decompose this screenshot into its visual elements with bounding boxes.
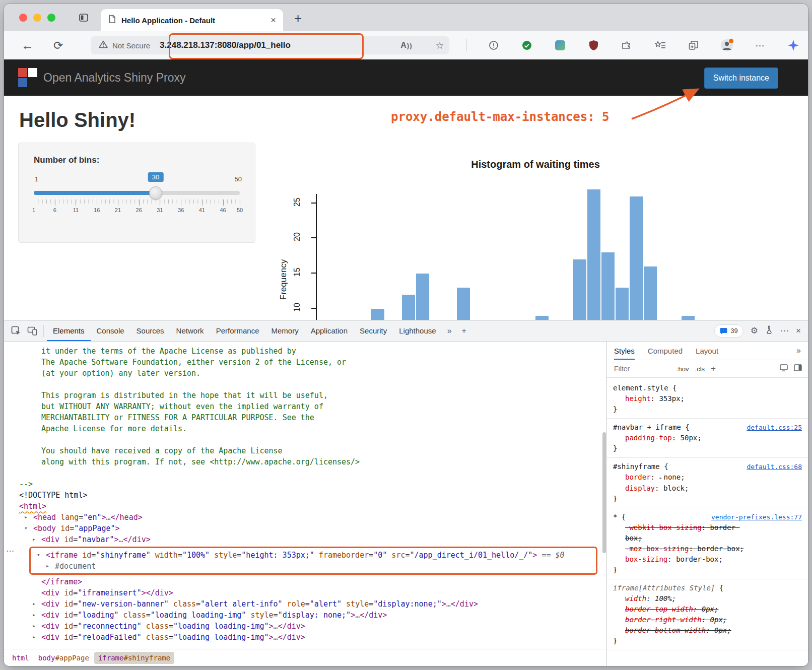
devtools-tab-performance[interactable]: Performance bbox=[210, 320, 265, 341]
css-property[interactable]: border-bottom-width: 0px; bbox=[613, 625, 754, 636]
breadcrumb-html[interactable]: html bbox=[8, 652, 33, 664]
expand-arrow-icon[interactable]: ▸ bbox=[32, 598, 41, 610]
dom-tree-line[interactable]: <div id="iframeinsert"></div> bbox=[4, 587, 601, 598]
devtools-tab-console[interactable]: Console bbox=[91, 320, 130, 341]
dom-tree-line[interactable] bbox=[4, 434, 601, 445]
devtools-tab-sources[interactable]: Sources bbox=[130, 320, 170, 341]
dom-tree-line[interactable]: ▸<div id="navbar">…</div> bbox=[4, 534, 601, 545]
copilot-icon[interactable] bbox=[787, 39, 800, 52]
styles-tab-layout[interactable]: Layout bbox=[696, 342, 718, 360]
back-icon[interactable]: ← bbox=[21, 31, 34, 59]
dom-tree-line[interactable]: You should have received a copy of the A… bbox=[4, 445, 601, 456]
styles-filter-input[interactable] bbox=[613, 362, 670, 375]
collapse-arrow-icon[interactable]: ▾ bbox=[24, 523, 33, 534]
extensions-puzzle-icon[interactable] bbox=[621, 39, 634, 52]
favorites-list-icon[interactable] bbox=[654, 39, 667, 52]
styles-more-tabs-icon[interactable]: » bbox=[796, 346, 801, 355]
dom-tree-line[interactable]: ▸<div id="new-version-banner" class="ale… bbox=[4, 598, 601, 610]
pseudo-state-toggle[interactable]: :hov bbox=[676, 365, 689, 373]
css-property[interactable]: border-top-width: 0px; bbox=[613, 604, 754, 615]
password-check-icon[interactable] bbox=[520, 39, 533, 52]
dom-tree-line[interactable] bbox=[4, 379, 601, 390]
close-window-button[interactable] bbox=[19, 14, 27, 22]
rendering-emulation-icon[interactable] bbox=[780, 364, 788, 374]
devtools-tab-lighthouse[interactable]: Lighthouse bbox=[393, 320, 442, 341]
css-property[interactable]: -webkit-box-sizing: border-box; bbox=[613, 522, 754, 544]
expand-arrow-icon[interactable]: ▸ bbox=[24, 512, 33, 523]
css-source-link[interactable]: vendor-prefixes.less:77 bbox=[711, 512, 802, 522]
collapse-arrow-icon[interactable]: ▾ bbox=[37, 550, 46, 561]
extension-icon[interactable] bbox=[554, 39, 567, 52]
reload-icon[interactable]: ⟳ bbox=[53, 31, 63, 59]
styles-tab-styles[interactable]: Styles bbox=[614, 342, 635, 360]
css-source-link[interactable]: default.css:25 bbox=[747, 422, 802, 433]
devtools-settings-icon[interactable]: ⚙ bbox=[751, 325, 758, 336]
devtools-tab-application[interactable]: Application bbox=[305, 320, 354, 341]
close-tab-icon[interactable]: × bbox=[270, 15, 276, 26]
zoom-window-button[interactable] bbox=[47, 14, 55, 22]
expand-arrow-icon[interactable]: ▸ bbox=[32, 632, 41, 643]
tab-actions-menu-icon[interactable] bbox=[79, 13, 89, 23]
new-tab-button[interactable]: + bbox=[294, 11, 302, 26]
css-selector[interactable]: #navbar + iframe bbox=[613, 422, 681, 433]
slider-track[interactable] bbox=[34, 191, 240, 195]
device-toolbar-icon[interactable] bbox=[24, 323, 40, 339]
css-selector[interactable]: #shinyframe bbox=[613, 461, 660, 472]
browser-tab[interactable]: Hello Application - Default × bbox=[101, 9, 283, 31]
css-selector[interactable]: * bbox=[613, 512, 617, 522]
address-bar[interactable]: Not Secure 3.248.218.137:8080/app/01_hel… bbox=[91, 36, 449, 54]
more-tabs-icon[interactable]: » bbox=[442, 326, 457, 336]
dom-tree-line[interactable]: <html> bbox=[4, 501, 601, 512]
dom-tree-line[interactable] bbox=[4, 467, 601, 479]
expand-arrow-icon[interactable]: ▸ bbox=[32, 610, 41, 621]
switch-instance-button[interactable]: Switch instance bbox=[704, 68, 778, 89]
devtools-more-icon[interactable]: ⋯ bbox=[780, 325, 789, 336]
dom-tree-line[interactable]: --> bbox=[4, 479, 601, 490]
node-hover-dots[interactable]: ⋯ bbox=[6, 546, 14, 556]
add-tool-icon[interactable]: + bbox=[457, 326, 471, 336]
dom-tree-line[interactable]: ▸<head lang="en">…</head> bbox=[4, 512, 601, 523]
read-aloud-icon[interactable]: A)) bbox=[400, 39, 413, 52]
dom-tree-line[interactable]: MERCHANTABILITY or FITNESS FOR A PARTICU… bbox=[4, 412, 601, 423]
css-selector[interactable]: iframe[Attributes Style] bbox=[613, 583, 715, 593]
dom-tree-line[interactable]: along with this program. If not, see <ht… bbox=[4, 456, 601, 467]
devtools-tab-memory[interactable]: Memory bbox=[265, 320, 305, 341]
minimize-window-button[interactable] bbox=[33, 14, 41, 22]
css-property[interactable]: box-sizing: border-box; bbox=[613, 554, 754, 565]
expand-arrow-icon[interactable]: ▸ bbox=[32, 534, 41, 545]
computed-sidebar-toggle-icon[interactable] bbox=[794, 364, 802, 373]
dom-tree-line[interactable]: This program is distributed in the hope … bbox=[4, 390, 601, 401]
devtools-close-icon[interactable]: × bbox=[796, 326, 801, 336]
browser-essentials-icon[interactable] bbox=[487, 39, 500, 52]
devtools-tab-network[interactable]: Network bbox=[170, 320, 210, 341]
add-favorite-icon[interactable]: ☆ bbox=[433, 39, 446, 52]
css-source-link[interactable]: default.css:68 bbox=[747, 461, 802, 472]
styles-tab-computed[interactable]: Computed bbox=[648, 342, 683, 360]
dom-tree-line[interactable]: ▾<body id="appPage"> bbox=[4, 523, 601, 534]
dom-tree-line[interactable]: The Apache Software Foundation, either v… bbox=[4, 357, 601, 368]
issues-badge[interactable]: 39 bbox=[714, 324, 743, 338]
slider-handle[interactable] bbox=[149, 186, 162, 199]
dom-tree-line[interactable]: </iframe> bbox=[4, 576, 601, 587]
dom-tree-line[interactable]: ▾<iframe id="shinyframe" width="100%" st… bbox=[34, 550, 593, 561]
dom-tree-line[interactable]: ▸<div id="reconnecting" class="loading l… bbox=[4, 621, 601, 632]
dom-tree-line[interactable]: (at your option) any later version. bbox=[4, 368, 601, 379]
css-property[interactable]: padding-top: 50px; bbox=[613, 433, 754, 443]
elements-scrollbar-thumb[interactable] bbox=[602, 432, 606, 553]
css-property[interactable]: border: ▸none; bbox=[613, 472, 754, 483]
profile-avatar[interactable] bbox=[720, 39, 733, 52]
settings-more-icon[interactable]: ⋯ bbox=[754, 39, 767, 52]
experiments-flask-icon[interactable] bbox=[765, 325, 773, 337]
dom-tree-line[interactable]: it under the terms of the Apache License… bbox=[4, 346, 601, 357]
dom-tree-line[interactable]: ▸#document bbox=[34, 561, 593, 572]
css-property[interactable]: display: block; bbox=[613, 483, 754, 494]
expand-arrow-icon[interactable]: ▸ bbox=[46, 561, 55, 572]
css-property[interactable]: -moz-box-sizing: border-box; bbox=[613, 544, 754, 554]
dom-tree-line[interactable]: ▸<div id="reloadFailed" class="loading l… bbox=[4, 632, 601, 643]
element-class-toggle[interactable]: .cls bbox=[695, 365, 705, 373]
css-property[interactable]: width: 100%; bbox=[613, 593, 754, 604]
devtools-tab-elements[interactable]: Elements bbox=[47, 320, 91, 341]
collections-icon[interactable] bbox=[687, 39, 700, 52]
dom-tree-line[interactable]: ▸<div id="loading" class="loading loadin… bbox=[4, 610, 601, 621]
expand-arrow-icon[interactable]: ▸ bbox=[32, 621, 41, 632]
